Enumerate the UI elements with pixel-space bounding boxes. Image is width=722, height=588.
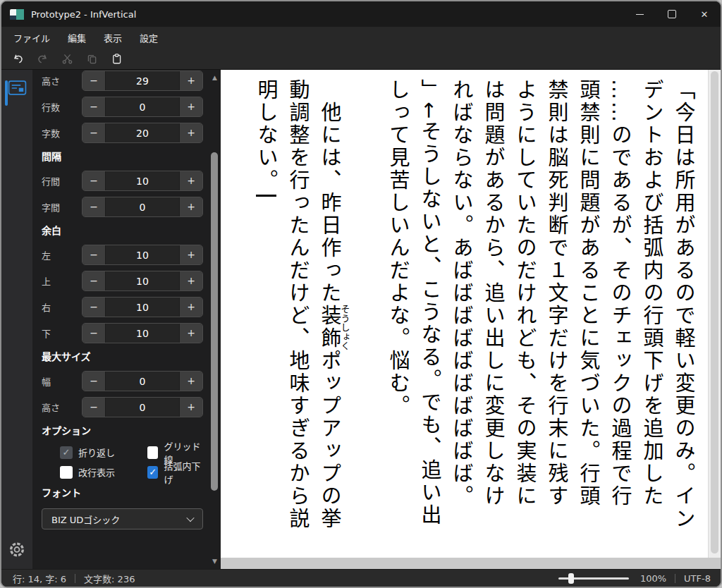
- editor-line[interactable]: ……のであるが、そのチェックの過程で行: [604, 79, 635, 531]
- spinner-label: 左: [42, 248, 82, 262]
- caret-position: 行: 14, 字: 6: [13, 572, 66, 585]
- main-column: 「今日は所用があるので軽い変更のみ。イン デントおよび括弧内の行頭下げを追加した…: [221, 70, 721, 569]
- editor-line[interactable]: は問題があるから、追い出しに変更しなけ: [477, 79, 508, 531]
- paste-button[interactable]: [109, 52, 123, 66]
- spinner-row-margin-left: 左 − 10 +: [42, 245, 203, 264]
- editor-line[interactable]: 明しない。: [250, 79, 281, 531]
- increment-button[interactable]: +: [179, 324, 202, 343]
- active-tab-indicator: [5, 80, 8, 106]
- font-select[interactable]: BIZ UDゴシック: [42, 508, 203, 529]
- checkbox-newline-marks[interactable]: 改行表示: [60, 465, 147, 479]
- spinner-value[interactable]: 10: [106, 171, 179, 190]
- scroll-down-arrow-icon[interactable]: ▼: [209, 558, 221, 565]
- margin-bottom-spinner: − 10 +: [82, 323, 203, 343]
- window-body: 高さ − 29 + 行数 − 0 + 字数 − 20: [1, 69, 721, 569]
- decrement-button[interactable]: −: [82, 71, 106, 90]
- editor-line[interactable]: ればならない。あばばばばばばばばばば。: [445, 79, 477, 531]
- spinner-row-line-count: 行数 − 0 +: [42, 97, 203, 116]
- decrement-button[interactable]: −: [82, 97, 106, 116]
- editor-line[interactable]: 「今日は所用があるので軽い変更のみ。イン: [667, 79, 699, 531]
- decrement-button[interactable]: −: [82, 372, 106, 391]
- spinner-value[interactable]: 20: [106, 123, 179, 142]
- increment-button[interactable]: +: [179, 398, 202, 417]
- layout-settings-icon[interactable]: [8, 80, 27, 96]
- sidebar-scrollbar-thumb[interactable]: [211, 152, 218, 491]
- spinner-value[interactable]: 10: [106, 298, 179, 317]
- zoom-slider-thumb[interactable]: [568, 573, 574, 584]
- spinner-row-char-count: 字数 − 20 +: [42, 123, 203, 142]
- editor-line-empty[interactable]: [350, 79, 381, 531]
- decrement-button[interactable]: −: [82, 123, 106, 142]
- status-divider: [75, 574, 75, 583]
- spinner-value[interactable]: 10: [106, 324, 179, 343]
- increment-button[interactable]: +: [179, 298, 202, 317]
- minimize-button[interactable]: [623, 1, 656, 27]
- decrement-button[interactable]: −: [82, 271, 106, 290]
- increment-button[interactable]: +: [179, 97, 202, 116]
- menu-settings[interactable]: 設定: [140, 31, 158, 44]
- spinner-row-max-width: 幅 − 0 +: [42, 372, 203, 391]
- editor-line[interactable]: 」←そうしないと、こうなる。でも、追い出: [413, 79, 445, 531]
- editor-line[interactable]: 頭禁則に問題があることに気づいた。行頭: [572, 79, 604, 531]
- spinner-value[interactable]: 0: [106, 398, 179, 417]
- decrement-button[interactable]: −: [82, 298, 106, 317]
- spinner-value[interactable]: 10: [106, 271, 179, 290]
- increment-button[interactable]: +: [179, 271, 202, 290]
- increment-button[interactable]: +: [179, 245, 202, 264]
- height-spinner: − 29 +: [82, 71, 203, 91]
- spinner-value[interactable]: 0: [106, 97, 179, 116]
- menu-bar: ファイル 編集 表示 設定: [1, 27, 721, 49]
- editor-horizontal-scrollbar[interactable]: [221, 558, 721, 569]
- menu-file[interactable]: ファイル: [13, 31, 50, 44]
- editor-line[interactable]: ようにしていたのだけれども、その実装に: [508, 79, 540, 531]
- gear-icon[interactable]: [8, 541, 26, 558]
- spinner-value[interactable]: 0: [106, 197, 179, 216]
- window-title: Prototype2 - InfVertical: [31, 9, 136, 20]
- copy-button[interactable]: [85, 52, 99, 66]
- increment-button[interactable]: +: [179, 372, 202, 391]
- increment-button[interactable]: +: [179, 71, 202, 90]
- editor-vertical-scrollbar[interactable]: [708, 70, 721, 558]
- decrement-button[interactable]: −: [82, 245, 106, 264]
- spinner-label: 幅: [42, 374, 82, 388]
- editor-line[interactable]: 他には、昨日作った装飾そうしょくポップアップの挙: [313, 79, 350, 531]
- editor-line[interactable]: デントおよび括弧内の行頭下げを追加した: [635, 79, 667, 531]
- editor-vertical-scrollbar-thumb[interactable]: [711, 71, 718, 553]
- decrement-button[interactable]: −: [82, 171, 106, 190]
- increment-button[interactable]: +: [179, 123, 202, 142]
- spinner-row-margin-bottom: 下 − 10 +: [42, 324, 203, 343]
- encoding: UTF-8: [684, 573, 711, 584]
- checkbox-word-wrap[interactable]: ✓ 折り返し: [60, 446, 147, 459]
- decrement-button[interactable]: −: [82, 398, 106, 417]
- zoom-slider[interactable]: [558, 577, 629, 580]
- decrement-button[interactable]: −: [82, 197, 106, 216]
- line-text: 他には、昨日作った: [317, 79, 341, 305]
- app-icon: [10, 9, 24, 20]
- editor-line[interactable]: 禁則は脳死判断で１文字だけを行末に残す: [540, 79, 572, 531]
- redo-icon: [37, 53, 49, 65]
- decrement-button[interactable]: −: [82, 324, 106, 343]
- vertical-text-editor[interactable]: 「今日は所用があるので軽い変更のみ。イン デントおよび括弧内の行頭下げを追加した…: [221, 70, 708, 558]
- editor-line[interactable]: しって見苦しいんだよな。悩む。: [381, 79, 413, 531]
- spinner-value[interactable]: 29: [106, 71, 179, 90]
- cut-button[interactable]: [60, 52, 74, 66]
- spinner-label: 上: [42, 274, 82, 288]
- close-button[interactable]: ✕: [688, 1, 721, 27]
- editor-line[interactable]: 動調整を行ったんだけど、地味すぎるから説: [281, 79, 313, 531]
- increment-button[interactable]: +: [179, 197, 202, 216]
- spinner-value[interactable]: 0: [106, 372, 179, 391]
- app-window: Prototype2 - InfVertical ✕ ファイル 編集 表示 設定: [0, 0, 722, 588]
- menu-view[interactable]: 表示: [104, 31, 122, 44]
- checkbox-bracket-indent[interactable]: ✓ 括弧内下げ: [147, 459, 203, 486]
- spinner-row-line-spacing: 行間 − 10 +: [42, 171, 203, 190]
- menu-edit[interactable]: 編集: [68, 31, 86, 44]
- maximize-button[interactable]: [656, 1, 688, 27]
- checkbox-label: 改行表示: [78, 465, 115, 479]
- spinner-value[interactable]: 10: [106, 245, 179, 264]
- maximize-icon: [668, 10, 676, 18]
- scroll-up-arrow-icon[interactable]: ▲: [209, 74, 221, 81]
- redo-button[interactable]: [35, 52, 49, 66]
- undo-button[interactable]: [11, 52, 25, 66]
- increment-button[interactable]: +: [179, 171, 202, 190]
- checkbox-icon: [147, 446, 158, 459]
